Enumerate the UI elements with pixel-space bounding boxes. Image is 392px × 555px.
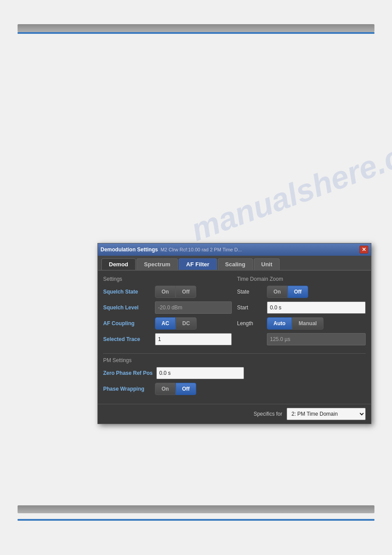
demodulation-settings-dialog: Demodulation Settings M2 Clrw Rcf:10.00 … (97, 243, 371, 424)
zero-phase-label: Zero Phase Ref Pos (103, 370, 153, 376)
phase-wrapping-on-button[interactable]: On (155, 383, 176, 395)
time-domain-zoom-label: Time Domain Zoom (237, 276, 366, 282)
tab-demod[interactable]: Demod (101, 258, 136, 270)
tab-bar: Demod Spectrum AF Filter Scaling Unit (98, 256, 371, 271)
zoom-length-auto-button[interactable]: Auto (267, 317, 292, 330)
zoom-length-manual-button[interactable]: Manual (292, 317, 323, 330)
top-bar-accent (18, 32, 374, 34)
watermark: manualshere.com (186, 122, 392, 248)
zoom-length-label: Length (237, 320, 263, 326)
zero-phase-input[interactable] (156, 367, 244, 379)
squelch-state-on-button[interactable]: On (155, 286, 176, 298)
time-domain-zoom-column: Time Domain Zoom State On Off Start Le (237, 276, 366, 349)
pm-settings-divider: PM Settings Zero Phase Ref Pos Phase Wra… (103, 353, 366, 395)
zoom-length-row: Length Auto Manual (237, 317, 366, 330)
main-columns: Settings Squelch State On Off Squelch Le… (103, 276, 366, 349)
squelch-state-row: Squelch State On Off (103, 286, 232, 298)
phase-wrapping-toggle: On Off (155, 383, 196, 395)
dialog-title: Demodulation Settings (101, 247, 158, 253)
af-coupling-ac-button[interactable]: AC (155, 317, 176, 330)
bottom-bar (18, 505, 374, 513)
dialog-title-info: M2 Clrw Rcf:10.00 rad 2 PM Time D... (161, 247, 242, 252)
af-coupling-dc-button[interactable]: DC (176, 317, 196, 330)
phase-wrapping-row: Phase Wrapping On Off (103, 383, 366, 395)
dialog-footer: Specifics for 2: PM Time Domain (98, 404, 371, 424)
zoom-start-row: Start (237, 301, 366, 314)
zoom-state-off-button[interactable]: Off (288, 286, 308, 298)
af-coupling-row: AF Coupling AC DC (103, 317, 232, 330)
zero-phase-row: Zero Phase Ref Pos (103, 367, 366, 379)
phase-wrapping-label: Phase Wrapping (103, 386, 151, 392)
tab-scaling[interactable]: Scaling (218, 258, 253, 270)
selected-trace-row: Selected Trace (103, 333, 232, 345)
squelch-level-row: Squelch Level (103, 301, 232, 314)
selected-trace-label: Selected Trace (103, 336, 151, 342)
selected-trace-input[interactable] (155, 333, 232, 345)
zoom-length-value-row (237, 333, 366, 345)
af-coupling-toggle: AC DC (155, 317, 197, 330)
tab-unit[interactable]: Unit (254, 258, 280, 270)
zoom-state-label: State (237, 289, 263, 295)
dialog-title-bar: Demodulation Settings M2 Clrw Rcf:10.00 … (98, 243, 371, 256)
zoom-start-label: Start (237, 305, 263, 311)
squelch-state-label: Squelch State (103, 289, 151, 295)
zoom-length-toggle: Auto Manual (267, 317, 324, 330)
close-button[interactable]: ✕ (360, 246, 368, 254)
tab-spectrum[interactable]: Spectrum (137, 258, 178, 270)
pm-settings-label: PM Settings (103, 357, 366, 363)
zoom-start-input[interactable] (267, 301, 366, 314)
squelch-state-off-button[interactable]: Off (176, 286, 196, 298)
specifics-for-dropdown[interactable]: 2: PM Time Domain (287, 408, 366, 420)
af-coupling-label: AF Coupling (103, 320, 151, 326)
squelch-level-input[interactable] (155, 301, 232, 314)
bottom-bar-accent (18, 519, 374, 521)
zoom-state-toggle: On Off (267, 286, 308, 298)
zoom-length-value-input (267, 333, 366, 345)
phase-wrapping-off-button[interactable]: Off (176, 383, 196, 395)
tab-af-filter[interactable]: AF Filter (179, 258, 217, 270)
dialog-content: Settings Squelch State On Off Squelch Le… (98, 271, 371, 404)
zoom-state-on-button[interactable]: On (267, 286, 288, 298)
settings-column: Settings Squelch State On Off Squelch Le… (103, 276, 232, 349)
squelch-state-toggle: On Off (155, 286, 196, 298)
squelch-level-label: Squelch Level (103, 305, 151, 311)
zoom-state-row: State On Off (237, 286, 366, 298)
specifics-for-label: Specifics for (254, 411, 282, 417)
settings-label: Settings (103, 276, 232, 282)
top-bar (18, 24, 374, 32)
